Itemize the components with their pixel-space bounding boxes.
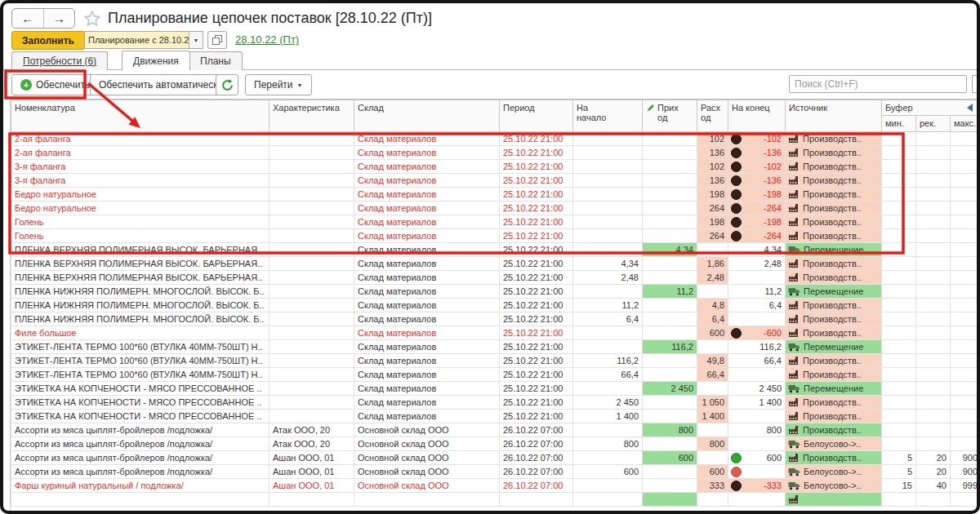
cell-expense[interactable]: 600 [697, 465, 728, 479]
cell-end[interactable]: -136 [728, 174, 786, 188]
cell-period[interactable]: 25.10.22 21:00 [500, 382, 573, 396]
cell-begin[interactable]: 600 [573, 465, 643, 479]
cell-buffer-rek[interactable] [916, 396, 951, 410]
cell-expense[interactable]: 66,4 [697, 368, 728, 382]
table-row[interactable]: Бедро натуральноеСклад материалов25.10.2… [11, 202, 980, 215]
cell-buffer-max[interactable] [951, 340, 980, 354]
cell-source[interactable]: Производств.. [786, 215, 882, 229]
cell-period[interactable]: 25.10.22 21:00 [500, 146, 573, 160]
cell-buffer-rek[interactable] [916, 215, 951, 229]
cell-source[interactable]: Производств.. [786, 160, 882, 174]
cell-begin[interactable]: 6,4 [573, 312, 643, 326]
cell-begin[interactable] [573, 285, 643, 299]
cell-end[interactable]: -136 [728, 146, 786, 160]
cell-buffer-rek[interactable] [916, 229, 951, 243]
cell-characteristic[interactable] [270, 215, 354, 229]
refresh-button[interactable] [216, 74, 238, 95]
cell-begin[interactable] [573, 423, 643, 437]
cell-expense[interactable]: 198 [697, 188, 728, 202]
col-header-warehouse[interactable]: Склад [354, 100, 500, 132]
cell-buffer-max[interactable] [951, 368, 980, 382]
cell-buffer-max[interactable]: 900 [951, 451, 980, 465]
cell-buffer-min[interactable] [882, 396, 916, 410]
search-input[interactable] [789, 75, 967, 93]
cell-income[interactable] [643, 257, 697, 271]
provide-button[interactable]: + Обеспечить [11, 74, 99, 95]
cell-begin[interactable] [573, 451, 643, 465]
table-row[interactable]: ПЛЕНКА ВЕРХНЯЯ ПОЛИМЕРНАЯ ВЫСОК. БАРЬЕРН… [11, 271, 980, 285]
provide-auto-button[interactable]: Обеспечить автоматически [90, 74, 232, 95]
cell-end[interactable]: 4,34 [728, 243, 786, 257]
cell-income[interactable] [643, 368, 697, 382]
table-row[interactable]: ЭТИКЕТКА НА КОПЧЕНОСТИ - МЯСО ПРЕССОВАНН… [11, 410, 980, 423]
cell-period[interactable]: 26.10.22 07:00 [500, 451, 573, 465]
cell-warehouse[interactable]: Склад материалов [354, 326, 500, 340]
cell-source[interactable]: Белоусово->.. [786, 479, 882, 493]
cell-warehouse[interactable]: Склад материалов [354, 243, 500, 257]
cell-source[interactable]: Производств.. [786, 368, 882, 382]
cell-expense[interactable] [697, 493, 728, 507]
cell-warehouse[interactable]: Склад материалов [354, 312, 500, 326]
cell-begin[interactable] [573, 382, 643, 396]
cell-end[interactable] [728, 271, 786, 285]
cell-characteristic[interactable] [270, 410, 354, 423]
date-link[interactable]: 28.10.22 (Пт) [235, 33, 299, 46]
cell-buffer-max[interactable]: 900 [951, 465, 980, 479]
cell-income[interactable] [643, 479, 697, 493]
cell-income[interactable]: 116,2 [643, 340, 697, 354]
cell-period[interactable]: 25.10.22 21:00 [500, 340, 573, 354]
cell-source[interactable]: Производств.. [786, 410, 882, 423]
table-row[interactable]: ЭТИКЕТ-ЛЕНТА ТЕРМО 100*60 (ВТУЛКА 40ММ-7… [11, 340, 980, 354]
cell-nomenclature[interactable]: Ассорти из мяса цыплят-бройлеров /подлож… [11, 451, 270, 465]
cell-source[interactable]: Перемещение [786, 340, 882, 354]
table-row[interactable]: ГоленьСклад материалов25.10.22 21:00264-… [11, 229, 980, 243]
col-header-nomenclature[interactable]: Номенклатура [11, 100, 270, 132]
cell-characteristic[interactable]: Ашан ООО, 01 [270, 465, 354, 479]
table-row[interactable]: ПЛЕНКА НИЖНЯЯ ПОЛИМЕРН. МНОГОСЛОЙ. ВЫСОК… [11, 312, 980, 326]
favorite-star-icon[interactable] [83, 10, 101, 31]
cell-buffer-min[interactable] [882, 285, 916, 299]
plan-variant-value[interactable]: Планирование с 28.10.2 [84, 31, 189, 49]
cell-period[interactable]: 26.10.22 07:00 [500, 479, 573, 493]
cell-characteristic[interactable] [270, 285, 354, 299]
cell-buffer-min[interactable] [882, 493, 916, 507]
cell-income[interactable] [643, 160, 697, 174]
cell-buffer-min[interactable] [882, 202, 916, 215]
cell-expense[interactable]: 102 [697, 160, 728, 174]
cell-characteristic[interactable] [270, 271, 354, 285]
cell-buffer-min[interactable]: 15 [882, 479, 916, 493]
cell-expense[interactable] [697, 451, 728, 465]
cell-buffer-max[interactable] [951, 382, 980, 396]
cell-nomenclature[interactable]: ЭТИКЕТ-ЛЕНТА ТЕРМО 100*60 (ВТУЛКА 40ММ-7… [11, 354, 270, 368]
cell-characteristic[interactable] [270, 132, 354, 146]
cell-buffer-min[interactable]: 5 [882, 465, 916, 479]
cell-begin[interactable]: 2 450 [573, 396, 643, 410]
cell-buffer-rek[interactable] [916, 299, 951, 312]
col-header-buf-min[interactable]: мин. [882, 116, 916, 132]
cell-buffer-min[interactable] [882, 410, 916, 423]
cell-warehouse[interactable]: Склад материалов [354, 202, 500, 215]
cell-end[interactable]: -264 [728, 229, 786, 243]
cell-end[interactable]: 800 [728, 423, 786, 437]
cell-warehouse[interactable]: Основной склад ООО [354, 423, 500, 437]
cell-buffer-min[interactable] [882, 299, 916, 312]
cell-buffer-max[interactable] [951, 229, 980, 243]
cell-buffer-rek[interactable] [916, 202, 951, 215]
cell-begin[interactable] [573, 188, 643, 202]
cell-nomenclature[interactable]: ПЛЕНКА ВЕРХНЯЯ ПОЛИМЕРНАЯ ВЫСОК. БАРЬЕРН… [11, 243, 270, 257]
cell-end[interactable]: 1 400 [728, 396, 786, 410]
cell-buffer-min[interactable] [882, 437, 916, 451]
cell-warehouse[interactable]: Склад материалов [354, 188, 500, 202]
cell-source[interactable]: Перемещение [786, 285, 882, 299]
goto-button[interactable]: Перейти▼ [245, 74, 312, 95]
cell-source[interactable]: Производств.. [786, 257, 882, 271]
cell-end[interactable]: -102 [728, 160, 786, 174]
column-settings-icon[interactable] [967, 104, 973, 112]
cell-expense[interactable]: 2,48 [697, 271, 728, 285]
cell-warehouse[interactable]: Основной склад ООО [354, 437, 500, 451]
cell-buffer-min[interactable] [882, 188, 916, 202]
cell-nomenclature[interactable]: Ассорти из мяса цыплят-бройлеров /подлож… [11, 437, 270, 451]
cell-buffer-rek[interactable] [916, 132, 951, 146]
cell-nomenclature[interactable]: ЭТИКЕТКА НА КОПЧЕНОСТИ - МЯСО ПРЕССОВАНН… [11, 396, 270, 410]
cell-begin[interactable] [573, 132, 643, 146]
